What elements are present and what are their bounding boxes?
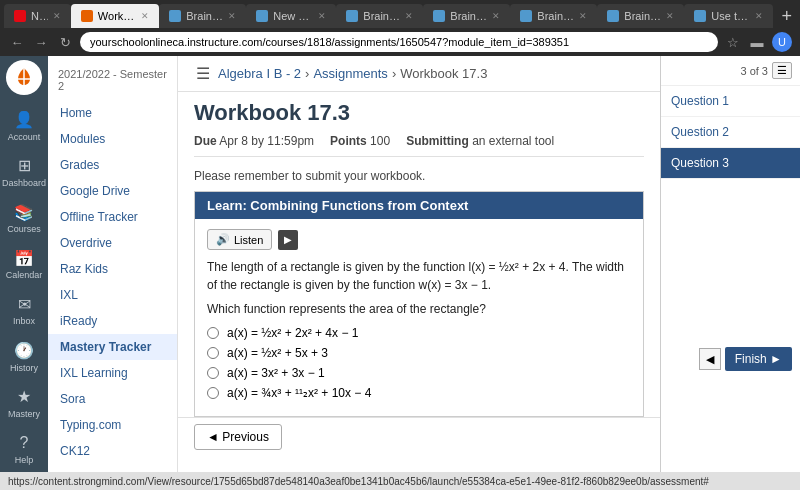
option-text-3: a(x) = 3x² + 3x − 1 — [227, 366, 325, 380]
finish-back-button[interactable]: ◀ — [699, 348, 721, 370]
profile-avatar[interactable]: U — [772, 32, 792, 52]
left-nav: 👤Account⊞Dashboard📚Courses📅Calendar✉Inbo… — [0, 56, 48, 472]
tab-bar: Netflix✕Workbook...✕Brainly.co...✕New me… — [0, 0, 800, 28]
radio-input-2[interactable] — [207, 347, 219, 359]
browser-tab[interactable]: Brainly.co...✕ — [159, 4, 246, 28]
radio-input-3[interactable] — [207, 367, 219, 379]
nav-icon-help[interactable]: ?Help — [0, 426, 48, 472]
sidebar-item-sora[interactable]: Sora — [48, 386, 177, 412]
answer-option-1[interactable]: a(x) = ½x² + 2x² + 4x − 1 — [207, 326, 631, 340]
sidebar-item-offline-tracker[interactable]: Offline Tracker — [48, 204, 177, 230]
nav-icon-account[interactable]: 👤Account — [0, 103, 48, 149]
tab-favicon — [694, 10, 706, 22]
sidebar-item-typing.com[interactable]: Typing.com — [48, 412, 177, 438]
answer-option-2[interactable]: a(x) = ½x² + 5x + 3 — [207, 346, 631, 360]
tab-favicon — [169, 10, 181, 22]
question-link-1[interactable]: Question 1 — [661, 86, 800, 117]
browser-tab[interactable]: Brainly.co...✕ — [423, 4, 510, 28]
tab-close-icon[interactable]: ✕ — [492, 11, 500, 21]
browser-tab[interactable]: Workbook...✕ — [71, 4, 159, 28]
sidebar-item-overdrive[interactable]: Overdrive — [48, 230, 177, 256]
nav-icon-history[interactable]: 🕐History — [0, 333, 48, 379]
tab-close-icon[interactable]: ✕ — [141, 11, 149, 21]
nav-label-history: History — [10, 363, 38, 373]
pagination-text: 3 of 3 — [740, 65, 768, 77]
submitting-label: Submitting — [406, 134, 469, 148]
list-view-button[interactable]: ☰ — [772, 62, 792, 79]
browser-tab[interactable]: New mess...✕ — [246, 4, 336, 28]
nav-label-help: Help — [15, 455, 34, 465]
extensions-btn[interactable]: ▬ — [748, 33, 766, 51]
question-text: The length of a rectangle is given by th… — [207, 258, 631, 294]
browser-tab[interactable]: Brainly.co...✕ — [510, 4, 597, 28]
sidebar: 2021/2022 - Semester 2 HomeModulesGrades… — [48, 56, 178, 472]
pagination-counter: 3 of 3 ☰ — [661, 56, 800, 86]
back-btn[interactable]: ← — [8, 33, 26, 51]
nav-label-account: Account — [8, 132, 41, 142]
play-button[interactable]: ▶ — [278, 230, 298, 250]
tab-favicon — [346, 10, 358, 22]
option-text-4: a(x) = ¾x³ + ¹¹₂x² + 10x − 4 — [227, 386, 371, 400]
sidebar-item-ixl[interactable]: IXL — [48, 282, 177, 308]
due-date: Apr 8 by 11:59pm — [219, 134, 314, 148]
nav-icon-mastery[interactable]: ★Mastery — [0, 380, 48, 426]
listen-button[interactable]: 🔊 Listen — [207, 229, 272, 250]
tab-label: New mess... — [273, 10, 313, 22]
tab-close-icon[interactable]: ✕ — [579, 11, 587, 21]
tab-favicon — [14, 10, 26, 22]
new-tab-button[interactable]: + — [777, 4, 796, 28]
nav-icon-calendar[interactable]: 📅Calendar — [0, 241, 48, 287]
sidebar-item-home[interactable]: Home — [48, 100, 177, 126]
sidebar-item-google-drive[interactable]: Google Drive — [48, 178, 177, 204]
tab-close-icon[interactable]: ✕ — [405, 11, 413, 21]
tab-close-icon[interactable]: ✕ — [53, 11, 61, 21]
browser-tab[interactable]: Brainly.co...✕ — [597, 4, 684, 28]
sidebar-item-ixl-learning[interactable]: IXL Learning — [48, 360, 177, 386]
nav-icon-courses[interactable]: 📚Courses — [0, 195, 48, 241]
tab-close-icon[interactable]: ✕ — [318, 11, 326, 21]
sidebar-item-mastery-tracker[interactable]: Mastery Tracker — [48, 334, 177, 360]
speaker-icon: 🔊 — [216, 233, 230, 246]
bookmark-btn[interactable]: ☆ — [724, 33, 742, 51]
nav-icon-dashboard[interactable]: ⊞Dashboard — [0, 149, 48, 195]
refresh-btn[interactable]: ↻ — [56, 33, 74, 51]
tab-favicon — [81, 10, 93, 22]
iframe-content: 🔊 Listen ▶ The length of a rectangle is … — [195, 219, 643, 416]
bottom-nav: ◄ Previous — [178, 417, 660, 456]
sidebar-item-iready[interactable]: iReady — [48, 308, 177, 334]
tab-close-icon[interactable]: ✕ — [755, 11, 763, 21]
tab-close-icon[interactable]: ✕ — [228, 11, 236, 21]
questions-list: Question 1Question 2Question 3 — [661, 86, 800, 179]
browser-tab[interactable]: Use the fu...✕ — [684, 4, 773, 28]
breadcrumb-course[interactable]: Algebra I B - 2 — [218, 66, 301, 81]
tab-label: Workbook... — [98, 10, 136, 22]
finish-button[interactable]: Finish ► — [725, 347, 792, 371]
answer-option-4[interactable]: a(x) = ¾x³ + ¹¹₂x² + 10x − 4 — [207, 386, 631, 400]
breadcrumb-assignments[interactable]: Assignments — [313, 66, 387, 81]
lms-body: 👤Account⊞Dashboard📚Courses📅Calendar✉Inbo… — [0, 56, 800, 472]
sidebar-item-icivics[interactable]: iCivics — [48, 464, 177, 472]
browser-tab[interactable]: Brainly.co...✕ — [336, 4, 423, 28]
previous-button[interactable]: ◄ Previous — [194, 424, 282, 450]
address-input[interactable] — [80, 32, 718, 52]
radio-input-4[interactable] — [207, 387, 219, 399]
sidebar-item-raz-kids[interactable]: Raz Kids — [48, 256, 177, 282]
nav-icon-inbox[interactable]: ✉Inbox — [0, 287, 48, 333]
tab-favicon — [520, 10, 532, 22]
browser-tab[interactable]: Netflix✕ — [4, 4, 71, 28]
canvas-logo[interactable] — [6, 60, 42, 95]
tab-label: Use the fu... — [711, 10, 750, 22]
sidebar-item-modules[interactable]: Modules — [48, 126, 177, 152]
page-title: Workbook 17.3 — [194, 100, 644, 126]
tab-close-icon[interactable]: ✕ — [666, 11, 674, 21]
points-label: Points — [330, 134, 367, 148]
calendar-icon: 📅 — [14, 248, 34, 268]
hamburger-btn[interactable]: ☰ — [194, 62, 212, 85]
question-link-2[interactable]: Question 2 — [661, 117, 800, 148]
sidebar-item-ck12[interactable]: CK12 — [48, 438, 177, 464]
answer-option-3[interactable]: a(x) = 3x² + 3x − 1 — [207, 366, 631, 380]
forward-btn[interactable]: → — [32, 33, 50, 51]
radio-input-1[interactable] — [207, 327, 219, 339]
sidebar-item-grades[interactable]: Grades — [48, 152, 177, 178]
question-link-3[interactable]: Question 3 — [661, 148, 800, 179]
